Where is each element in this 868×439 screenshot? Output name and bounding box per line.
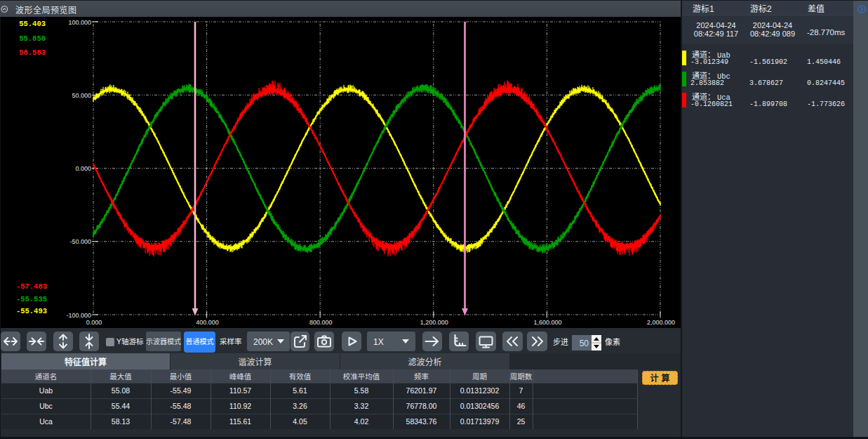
svg-text:55.403: 55.403 [19,20,46,28]
svg-text:1,200.000: 1,200.000 [420,319,448,326]
svg-text:55.850: 55.850 [19,34,46,43]
svg-text:-50.000: -50.000 [69,238,91,245]
svg-text:2,000.000: 2,000.000 [647,319,675,326]
svg-text:0.000: 0.000 [75,165,91,172]
svg-text:58.583: 58.583 [19,48,46,57]
svg-text:800.000: 800.000 [309,319,333,326]
svg-text:-57.483: -57.483 [16,282,47,291]
svg-text:50.000: 50.000 [72,92,91,99]
svg-text:-100.000: -100.000 [66,312,91,319]
svg-text:-55.493: -55.493 [16,307,47,315]
svg-text:100.000: 100.000 [68,19,91,26]
svg-text:400.000: 400.000 [196,319,219,326]
svg-text:-55.535: -55.535 [16,295,47,303]
svg-text:0.000: 0.000 [86,319,102,326]
svg-text:1,600.000: 1,600.000 [533,319,561,326]
